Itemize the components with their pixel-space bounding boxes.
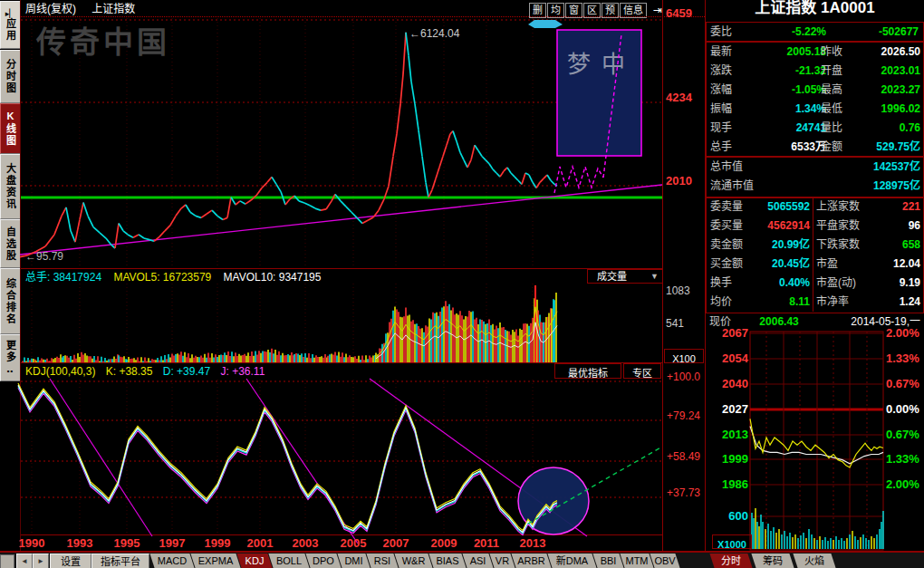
intraday-price-tick: 2027 <box>712 403 748 416</box>
stat-label-卖金额: 卖金额 <box>710 238 743 251</box>
dream-projection-box: 梦中 <box>557 30 641 156</box>
indicator-tab-新DMA[interactable]: 新DMA <box>547 554 596 568</box>
year-tick-2003: 2003 <box>291 537 320 550</box>
indicator-tab-label: RSI <box>369 554 396 568</box>
app-window: 周线(复权) 上证指数 删均窗区预信息⇥ ▸▏应用分时图K线图大盘资讯自选股综合… <box>0 0 924 568</box>
nav-right-button[interactable]: ► <box>33 554 49 568</box>
indicator-tab-EXPMA[interactable]: EXPMA <box>190 554 240 568</box>
stat-value: 12.04 <box>866 257 920 270</box>
view-tab-label: 筹码 <box>754 554 792 568</box>
sidebar-item-7[interactable]: 更多‥ <box>0 334 21 381</box>
stat-value: 9.19 <box>866 276 920 289</box>
view-tab-火焰[interactable]: 火焰 <box>793 554 835 568</box>
svg-text:传奇中国: 传奇中国 <box>35 25 170 59</box>
year-tick-2001: 2001 <box>245 537 274 550</box>
stat-value: 8.11 <box>756 295 810 308</box>
main-axis-tick: 2010 <box>666 175 692 188</box>
sidebar-item-3[interactable]: K线图 <box>0 103 21 154</box>
indicator-tab-BBI[interactable]: BBI <box>592 554 623 568</box>
main-price-series <box>20 33 557 257</box>
intraday-price-tick: 2040 <box>712 378 748 390</box>
indicator-tab-MTM[interactable]: MTM <box>620 554 653 568</box>
indicator-tab-W&R[interactable]: W&R <box>394 554 432 568</box>
sidebar-item-label: 分时图 <box>4 59 18 94</box>
cap-row-value: 128975亿 <box>812 179 920 192</box>
volume-multiplier-label: X1000 <box>717 539 746 550</box>
indicator-tab-BOLL[interactable]: BOLL <box>268 554 309 568</box>
view-tab-筹码[interactable]: 筹码 <box>751 554 794 568</box>
indicator-tab-ARBR[interactable]: ARBR <box>511 554 551 568</box>
indicator-tab-RSI[interactable]: RSI <box>366 554 398 568</box>
indicator-tab-DPO[interactable]: DPO <box>305 554 341 568</box>
view-tab-label: 火焰 <box>795 554 833 568</box>
intraday-pct-tick: 0.67% <box>886 428 919 441</box>
kdj-j-line <box>18 388 557 534</box>
intraday-chart <box>750 332 883 550</box>
forecast-projection-line <box>603 34 621 178</box>
intraday-price-tick: 1999 <box>712 453 748 466</box>
divider-chart-axis <box>662 0 663 552</box>
main-axis-tick: 4234 <box>666 91 692 104</box>
stat-label-下跌家数: 下跌家数 <box>816 238 860 251</box>
indicator-tab-label: BOLL <box>271 554 307 568</box>
intraday-price-tick: 2013 <box>712 428 748 441</box>
quote-row-value: 2005.18 <box>748 45 826 58</box>
stat-value: 221 <box>866 200 920 213</box>
stat-value: 1.24 <box>866 295 920 308</box>
sidebar-item-6[interactable]: 综合排名 <box>0 268 21 334</box>
mavol5-line <box>376 307 557 357</box>
settings-button[interactable]: 设置 <box>50 554 91 568</box>
stat-label-均价: 均价 <box>710 295 732 308</box>
indicator-tab-KDJ[interactable]: KDJ <box>236 554 272 568</box>
volume-header: 总手: 38417924 MAVOL5: 16723579 MAVOL10: 9… <box>25 271 321 284</box>
intraday-pct-tick: 0.00% <box>886 403 919 416</box>
view-tab-分时[interactable]: 分时 <box>709 554 752 568</box>
prediction-circle <box>518 467 589 534</box>
indicator-tab-label: W&R <box>397 554 430 568</box>
kdj-axis-tick: +79.24 <box>667 409 700 422</box>
year-tick-2009: 2009 <box>429 537 458 550</box>
sidebar-item-1[interactable]: ▸▏应用 <box>0 1 21 49</box>
arrow-to-bar-icon[interactable]: ⇥ <box>653 4 662 16</box>
cap-row-label-2: 流通市值 <box>710 179 754 192</box>
year-tick-2013: 2013 <box>518 537 547 550</box>
stats-divider <box>813 197 813 312</box>
sidebar-item-label: 自选股 <box>4 226 18 262</box>
quote-row-label-现手: 现手 <box>710 121 732 134</box>
kdj-white-line <box>18 385 557 532</box>
weibi-label: 委比 <box>710 25 732 38</box>
indicator-tab-OBV[interactable]: OBV <box>650 554 679 568</box>
kdj-green-projection <box>528 447 662 524</box>
indicator-tab-BIAS[interactable]: BIAS <box>428 554 466 568</box>
indicator-tab-DMI[interactable]: DMI <box>337 554 370 568</box>
indicator-tab-label: VR <box>492 554 513 568</box>
stat-value: 20.99亿 <box>756 238 810 251</box>
volume-indicator-dropdown[interactable]: 成交量 ▼ <box>587 269 663 284</box>
kdj-fan-line <box>50 379 152 536</box>
year-tick-1993: 1993 <box>65 537 94 550</box>
sidebar-item-4[interactable]: 大盘资讯 <box>0 154 21 219</box>
sidebar-item-5[interactable]: 自选股 <box>0 219 21 268</box>
indicator-tab-ASI[interactable]: ASI <box>462 554 493 568</box>
sidebar-item-label: 应用 <box>4 18 18 42</box>
indicator-tab-MACD[interactable]: MACD <box>149 554 194 568</box>
quote-title: 上证指数 1A0001 <box>706 2 924 14</box>
kdj-axis-tick: +58.49 <box>667 450 700 463</box>
indicator-tab-label: DMI <box>340 554 368 568</box>
stat-label-委买量: 委买量 <box>710 219 743 232</box>
indicator-platform-button[interactable]: 指标平台 <box>91 554 149 568</box>
sidebar-item-2[interactable]: 分时图 <box>0 50 21 103</box>
year-tick-2011: 2011 <box>472 537 501 550</box>
quote-row-label-昨收: 昨收 <box>821 45 842 58</box>
kdj-axis-tick: +100.0 <box>667 371 700 383</box>
best-indicator-button[interactable]: 最优指标 <box>554 363 621 379</box>
bottom-toolbar: ◄►设置指标平台MACDEXPMAKDJBOLLDPODMIRSIW&RBIAS… <box>0 552 924 568</box>
quote-row-value: 2023.01 <box>852 64 920 77</box>
chart-period-label: 周线(复权) <box>25 3 76 15</box>
nav-left-button[interactable]: ◄ <box>16 554 33 568</box>
cyan-marker <box>528 20 563 28</box>
zone-button[interactable]: 专区 <box>623 363 661 379</box>
intraday-price-tick: 2054 <box>712 352 748 365</box>
intraday-vol-tick: 600 <box>725 510 748 523</box>
indicator-tab-label: BIAS <box>431 554 464 568</box>
